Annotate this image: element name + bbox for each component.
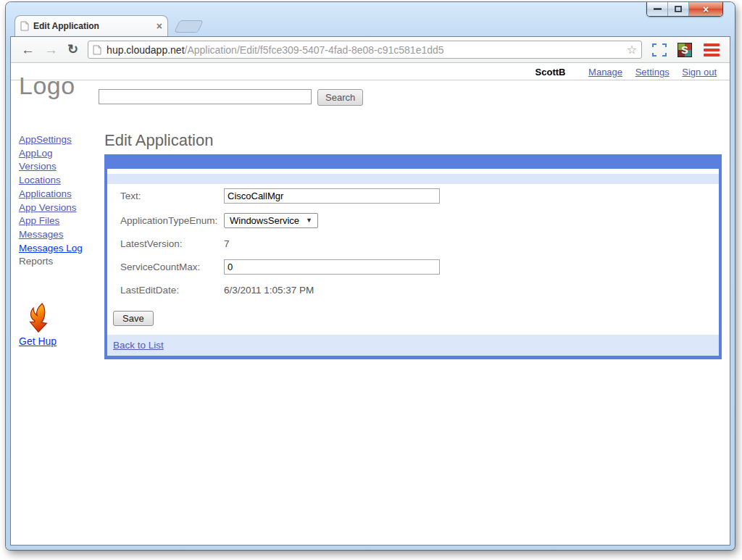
- lasteditdate-label: LastEditDate:: [120, 285, 224, 296]
- search-input[interactable]: [99, 89, 312, 104]
- maximize-button[interactable]: [668, 2, 689, 16]
- s-extension-icon[interactable]: S: [677, 42, 693, 58]
- window-controls: ×: [646, 2, 723, 17]
- sign-out-link[interactable]: Sign out: [682, 67, 717, 78]
- url-text: hup.cloudapp.net/Application/Edit/f5fce3…: [107, 44, 443, 56]
- search-button[interactable]: Search: [317, 89, 363, 106]
- address-bar[interactable]: hup.cloudapp.net/Application/Edit/f5fce3…: [88, 41, 642, 59]
- close-button[interactable]: ×: [689, 2, 722, 16]
- applicationtypeenum-label: ApplicationTypeEnum:: [120, 215, 224, 226]
- sidebar-item-messages[interactable]: Messages: [19, 228, 64, 242]
- servicecountmax-label: ServiceCountMax:: [120, 262, 224, 272]
- sidebar-item-applications[interactable]: Applications: [19, 188, 72, 201]
- screenshot-extension-icon[interactable]: [651, 42, 667, 58]
- get-hup: Get Hup: [19, 302, 77, 347]
- browser-window: Edit Application × × ← → ↻: [6, 2, 735, 550]
- new-tab-button[interactable]: [174, 20, 204, 33]
- url-path: /Application/Edit/f5fce309-5407-4fad-8e0…: [185, 44, 444, 56]
- back-to-list-link[interactable]: Back to List: [113, 340, 164, 351]
- field-row-servicecountmax: ServiceCountMax:: [120, 259, 710, 275]
- text-input[interactable]: [224, 188, 440, 204]
- manage-link[interactable]: Manage: [588, 67, 622, 78]
- flame-arrow-icon: [23, 302, 54, 335]
- sidebar-item-applog[interactable]: AppLog: [19, 147, 53, 161]
- main-content: Edit Application Text: ApplicationTypeEn…: [104, 131, 725, 359]
- chevron-down-icon: ▼: [306, 217, 312, 224]
- page-favicon-icon: [20, 21, 29, 31]
- reload-button[interactable]: ↻: [67, 43, 78, 57]
- applicationtypeenum-select[interactable]: WindowsService ▼: [224, 213, 318, 228]
- svg-text:S: S: [681, 44, 688, 56]
- site-logo: Logo: [19, 72, 75, 100]
- edit-form: Text: ApplicationTypeEnum: WindowsServic…: [107, 184, 719, 335]
- save-button[interactable]: Save: [113, 311, 154, 326]
- url-host: hup.cloudapp.net: [107, 44, 184, 56]
- sidebar-item-versions[interactable]: Versions: [19, 160, 57, 174]
- back-button[interactable]: ←: [21, 43, 35, 57]
- tab-close-icon[interactable]: ×: [157, 22, 162, 30]
- select-value: WindowsService: [230, 215, 299, 226]
- titlebar[interactable]: Edit Application × ×: [6, 2, 735, 36]
- tab-title: Edit Application: [33, 21, 152, 31]
- maximize-icon: [675, 6, 682, 12]
- sidebar-item-appsettings[interactable]: AppSettings: [19, 133, 72, 147]
- panel-header-strip: [107, 174, 719, 184]
- latestversion-label: LatestVersion:: [120, 238, 224, 249]
- lasteditdate-value: 6/3/2011 1:05:37 PM: [224, 285, 314, 296]
- forward-button[interactable]: →: [44, 43, 58, 57]
- servicecountmax-input[interactable]: [224, 259, 440, 275]
- chrome-menu-icon[interactable]: [702, 42, 721, 58]
- close-icon: ×: [703, 4, 709, 14]
- panel-footer: Back to List: [107, 335, 719, 356]
- sidebar-item-app-versions[interactable]: App Versions: [19, 201, 77, 215]
- edit-form-panel: Text: ApplicationTypeEnum: WindowsServic…: [104, 154, 722, 359]
- field-row-text: Text:: [120, 188, 710, 204]
- settings-link[interactable]: Settings: [635, 67, 670, 78]
- bookmark-star-icon[interactable]: ☆: [627, 43, 637, 57]
- text-label: Text:: [120, 191, 224, 201]
- browser-content-frame: ← → ↻ hup.cloudapp.net/Application/Edit/…: [10, 36, 730, 546]
- web-page: ScottB Manage Settings Sign out Logo Sea…: [11, 63, 730, 545]
- sidebar-item-app-files[interactable]: App Files: [19, 214, 59, 228]
- field-row-lasteditdate: LastEditDate: 6/3/2011 1:05:37 PM: [120, 283, 710, 296]
- account-bar: ScottB Manage Settings Sign out: [11, 63, 730, 80]
- sidebar-nav: AppSettings AppLog Versions Locations Ap…: [19, 133, 104, 269]
- field-row-latestversion: LatestVersion: 7: [120, 237, 710, 250]
- sidebar-item-messages-log[interactable]: Messages Log: [19, 242, 83, 256]
- field-row-applicationtypeenum: ApplicationTypeEnum: WindowsService ▼: [120, 212, 710, 228]
- latestversion-value: 7: [224, 238, 230, 249]
- browser-tab[interactable]: Edit Application ×: [14, 15, 168, 36]
- sidebar-item-reports: Reports: [19, 256, 53, 267]
- username-label: ScottB: [535, 67, 566, 78]
- minimize-icon: [654, 8, 662, 10]
- browser-toolbar: ← → ↻ hup.cloudapp.net/Application/Edit/…: [11, 37, 730, 63]
- page-icon: [93, 45, 101, 55]
- sidebar-item-locations[interactable]: Locations: [19, 174, 61, 188]
- minimize-button[interactable]: [647, 2, 668, 16]
- get-hup-link[interactable]: Get Hup: [19, 335, 57, 347]
- page-title: Edit Application: [104, 131, 725, 150]
